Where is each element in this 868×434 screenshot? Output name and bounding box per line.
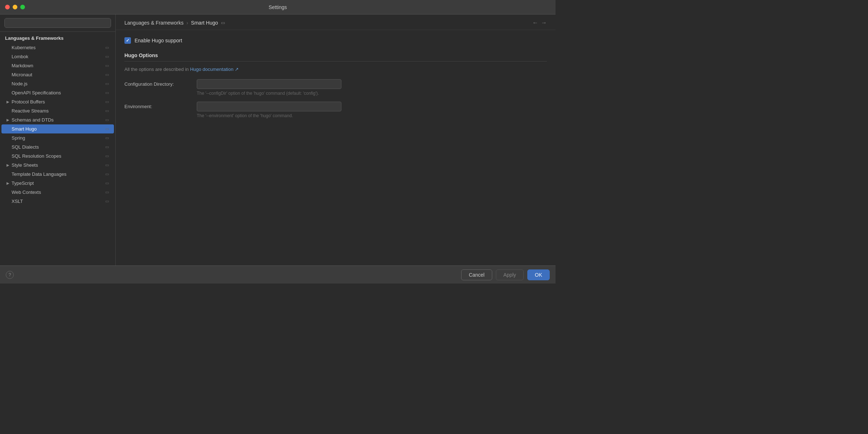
sidebar-item-label: Markdown bbox=[12, 63, 105, 68]
sidebar-item-icon: ▭ bbox=[105, 99, 109, 104]
sidebar: 🔍 Languages & Frameworks Kubernetes ▭ Lo… bbox=[0, 14, 116, 265]
bottom-left: ? bbox=[6, 271, 14, 279]
nav-arrows: ← → bbox=[532, 20, 547, 26]
sidebar-item-label: SQL Dialects bbox=[12, 144, 105, 150]
breadcrumb: Languages & Frameworks › Smart Hugo ▭ bbox=[124, 20, 225, 26]
sidebar-item-icon: ▭ bbox=[105, 181, 109, 186]
section-title: Hugo Options bbox=[124, 52, 547, 61]
sidebar-item-label: Style Sheets bbox=[12, 162, 105, 168]
config-dir-row: Configuration Directory: The '--configDi… bbox=[124, 79, 547, 96]
hugo-options-section: Hugo Options All the options are describ… bbox=[124, 52, 547, 118]
cancel-button[interactable]: Cancel bbox=[461, 269, 492, 280]
minimize-button[interactable] bbox=[13, 5, 17, 9]
ok-button[interactable]: OK bbox=[527, 269, 550, 280]
environment-input[interactable] bbox=[197, 102, 341, 111]
sidebar-item-style-sheets[interactable]: ▶ Style Sheets ▭ bbox=[1, 161, 114, 170]
main-layout: 🔍 Languages & Frameworks Kubernetes ▭ Lo… bbox=[0, 14, 556, 265]
sidebar-item-icon: ▭ bbox=[105, 118, 109, 122]
window-controls bbox=[5, 5, 25, 9]
sidebar-item-icon: ▭ bbox=[105, 154, 109, 158]
config-dir-label: Configuration Directory: bbox=[124, 79, 197, 87]
sidebar-item-lombok[interactable]: Lombok ▭ bbox=[1, 52, 114, 61]
sidebar-item-label: Smart Hugo bbox=[12, 126, 105, 132]
sidebar-item-label: Kubernetes bbox=[12, 45, 105, 50]
titlebar: Settings bbox=[0, 0, 556, 14]
sidebar-section-header: Languages & Frameworks bbox=[0, 33, 115, 43]
sidebar-item-openapi[interactable]: OpenAPI Specifications ▭ bbox=[1, 88, 114, 97]
sidebar-item-kubernetes[interactable]: Kubernetes ▭ bbox=[1, 43, 114, 52]
sidebar-item-sql-resolution-scopes[interactable]: SQL Resolution Scopes ▭ bbox=[1, 152, 114, 161]
config-dir-input[interactable] bbox=[197, 79, 341, 89]
enable-hugo-row: Enable Hugo support bbox=[124, 37, 547, 44]
sidebar-item-label: Lombok bbox=[12, 54, 105, 59]
config-dir-hint: The '--configDir' option of the 'hugo' c… bbox=[197, 91, 341, 96]
search-wrapper: 🔍 bbox=[4, 18, 111, 28]
breadcrumb-current: Smart Hugo bbox=[191, 20, 218, 26]
environment-row: Environment: The '--environment' option … bbox=[124, 102, 547, 118]
sidebar-item-typescript[interactable]: ▶ TypeScript ▭ bbox=[1, 179, 114, 188]
sidebar-item-icon: ▭ bbox=[105, 109, 109, 113]
sidebar-item-micronaut[interactable]: Micronaut ▭ bbox=[1, 70, 114, 79]
sidebar-item-nodejs[interactable]: Node.js ▭ bbox=[1, 79, 114, 88]
sidebar-item-markdown[interactable]: Markdown ▭ bbox=[1, 61, 114, 70]
sidebar-list: Languages & Frameworks Kubernetes ▭ Lomb… bbox=[0, 32, 115, 265]
sidebar-item-icon: ▭ bbox=[105, 45, 109, 50]
sidebar-item-reactive-streams[interactable]: Reactive Streams ▭ bbox=[1, 106, 114, 115]
sidebar-item-label: SQL Resolution Scopes bbox=[12, 153, 105, 159]
sidebar-item-label: Reactive Streams bbox=[12, 108, 105, 114]
sidebar-item-icon: ▭ bbox=[105, 190, 109, 195]
sidebar-item-icon: ▭ bbox=[105, 54, 109, 59]
sidebar-item-label: TypeScript bbox=[12, 180, 105, 186]
close-button[interactable] bbox=[5, 5, 10, 9]
sidebar-item-icon: ▭ bbox=[105, 72, 109, 77]
sidebar-item-icon: ▭ bbox=[105, 90, 109, 95]
sidebar-item-sql-dialects[interactable]: SQL Dialects ▭ bbox=[1, 142, 114, 152]
sidebar-item-icon: ▭ bbox=[105, 163, 109, 167]
sidebar-item-label: Micronaut bbox=[12, 72, 105, 77]
sidebar-item-xslt[interactable]: XSLT ▭ bbox=[1, 197, 114, 206]
help-button[interactable]: ? bbox=[6, 271, 14, 279]
sidebar-item-label: Template Data Languages bbox=[12, 171, 105, 177]
breadcrumb-parent: Languages & Frameworks bbox=[124, 20, 183, 26]
content-area: Languages & Frameworks › Smart Hugo ▭ ← … bbox=[116, 14, 556, 265]
sidebar-item-web-contexts[interactable]: Web Contexts ▭ bbox=[1, 188, 114, 197]
environment-hint: The '--environment' option of the 'hugo'… bbox=[197, 113, 341, 118]
breadcrumb-separator: › bbox=[186, 20, 188, 26]
sidebar-item-label: Spring bbox=[12, 135, 105, 141]
sidebar-item-template-data-languages[interactable]: Template Data Languages ▭ bbox=[1, 170, 114, 179]
sidebar-item-smart-hugo[interactable]: Smart Hugo ▭ bbox=[1, 124, 114, 133]
config-dir-field-col: The '--configDir' option of the 'hugo' c… bbox=[197, 79, 341, 96]
apply-button[interactable]: Apply bbox=[496, 269, 524, 280]
sidebar-item-protocol-buffers[interactable]: ▶ Protocol Buffers ▭ bbox=[1, 97, 114, 106]
sidebar-item-icon: ▭ bbox=[105, 136, 109, 140]
sidebar-item-label: Web Contexts bbox=[12, 190, 105, 195]
environment-label: Environment: bbox=[124, 102, 197, 109]
window-layout-icon: ▭ bbox=[221, 20, 225, 25]
sidebar-item-icon: ▭ bbox=[105, 172, 109, 176]
forward-arrow-icon[interactable]: → bbox=[541, 20, 547, 26]
search-input[interactable] bbox=[4, 18, 111, 28]
window-title: Settings bbox=[269, 4, 287, 10]
sidebar-item-schemas-and-dtds[interactable]: ▶ Schemas and DTDs ▭ bbox=[1, 115, 114, 124]
sidebar-item-label: OpenAPI Specifications bbox=[12, 90, 105, 95]
options-desc-prefix: All the options are described in bbox=[124, 67, 190, 72]
enable-hugo-checkbox[interactable] bbox=[124, 37, 131, 44]
sidebar-item-label: Schemas and DTDs bbox=[12, 117, 105, 123]
bottom-actions: Cancel Apply OK bbox=[461, 269, 550, 280]
sidebar-item-icon: ▭ bbox=[105, 63, 109, 68]
hugo-docs-link[interactable]: Hugo documentation ↗ bbox=[190, 67, 239, 72]
maximize-button[interactable] bbox=[20, 5, 25, 9]
options-description: All the options are described in Hugo do… bbox=[124, 67, 547, 72]
sidebar-item-label: Protocol Buffers bbox=[12, 99, 105, 105]
sidebar-item-icon: ▭ bbox=[105, 127, 109, 131]
search-container: 🔍 bbox=[0, 14, 115, 32]
enable-hugo-label: Enable Hugo support bbox=[135, 38, 182, 43]
back-arrow-icon[interactable]: ← bbox=[532, 20, 538, 26]
chevron-right-icon: ▶ bbox=[7, 118, 12, 122]
sidebar-item-icon: ▭ bbox=[105, 145, 109, 149]
sidebar-item-label: Node.js bbox=[12, 81, 105, 86]
sidebar-item-icon: ▭ bbox=[105, 81, 109, 86]
sidebar-item-icon: ▭ bbox=[105, 199, 109, 204]
chevron-right-icon: ▶ bbox=[7, 163, 12, 167]
sidebar-item-spring[interactable]: Spring ▭ bbox=[1, 133, 114, 142]
